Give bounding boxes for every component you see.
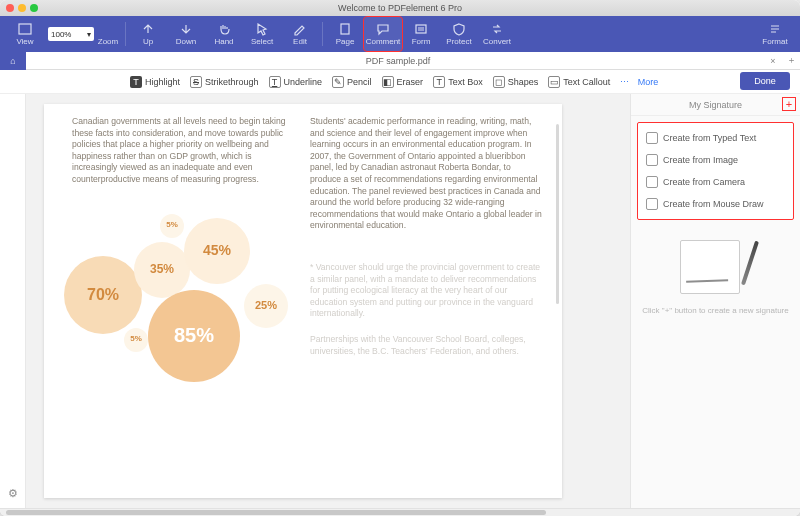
chevron-down-icon: ▾: [87, 30, 91, 39]
text-icon: [646, 132, 658, 144]
create-from-image[interactable]: Create from Image: [638, 149, 793, 171]
eraser-icon: ◧: [382, 76, 394, 88]
view-button[interactable]: View: [6, 17, 44, 51]
document-viewport[interactable]: Canadian governments at all levels need …: [26, 94, 630, 508]
highlight-button[interactable]: THighlight: [130, 76, 180, 88]
bubble: 5%: [124, 328, 148, 352]
cursor-icon: [254, 22, 270, 36]
select-button[interactable]: Select: [243, 17, 281, 51]
close-window-button[interactable]: [6, 4, 14, 12]
form-icon: [413, 22, 429, 36]
down-button[interactable]: Down: [167, 17, 205, 51]
bubble: 5%: [160, 214, 184, 238]
body-text-faded: * Vancouver should urge the provincial g…: [310, 262, 544, 320]
scrollbar[interactable]: [556, 124, 559, 304]
close-tab-button[interactable]: ×: [764, 56, 782, 66]
zoom-window-button[interactable]: [30, 4, 38, 12]
underline-icon: T: [269, 76, 281, 88]
create-from-camera[interactable]: Create from Camera: [638, 171, 793, 193]
convert-icon: [489, 22, 505, 36]
signature-panel: My Signature + Create from Typed Text Cr…: [630, 94, 800, 508]
zoom-label: Zoom: [94, 17, 122, 51]
settings-button[interactable]: ⚙: [8, 487, 18, 500]
edit-icon: [292, 22, 308, 36]
body-text: Students' academic performance in readin…: [310, 116, 544, 232]
body-text: Canadian governments at all levels need …: [72, 116, 290, 186]
bubble: 25%: [244, 284, 288, 328]
callout-icon: ▭: [548, 76, 560, 88]
minimize-window-button[interactable]: [18, 4, 26, 12]
body-text-faded: Partnerships with the Vancouver School B…: [310, 334, 544, 357]
arrow-up-icon: [140, 22, 156, 36]
create-from-mouse-draw[interactable]: Create from Mouse Draw: [638, 193, 793, 215]
up-button[interactable]: Up: [129, 17, 167, 51]
eraser-button[interactable]: ◧Eraser: [382, 76, 424, 88]
content-area: ⚙ Canadian governments at all levels nee…: [0, 94, 800, 508]
highlight-icon: T: [130, 76, 142, 88]
new-tab-button[interactable]: ＋: [782, 54, 800, 67]
svg-rect-0: [19, 24, 31, 34]
view-icon: [17, 22, 33, 36]
add-signature-button[interactable]: +: [782, 97, 796, 111]
camera-icon: [646, 176, 658, 188]
underline-button[interactable]: TUnderline: [269, 76, 323, 88]
image-icon: [646, 154, 658, 166]
titlebar: Welcome to PDFelement 6 Pro: [0, 0, 800, 16]
strikethrough-icon: S: [190, 76, 202, 88]
shield-icon: [451, 22, 467, 36]
hand-icon: [216, 22, 232, 36]
page-button[interactable]: Page: [326, 17, 364, 51]
bubble: 35%: [134, 242, 190, 298]
pencil-icon: ✎: [332, 76, 344, 88]
comment-icon: [375, 22, 391, 36]
tab-bar: ⌂ PDF sample.pdf × ＋: [0, 52, 800, 70]
document-page: Canadian governments at all levels need …: [44, 104, 562, 498]
format-icon: [767, 22, 783, 36]
main-toolbar: View 100%▾ Zoom Up Down Hand Select Edit…: [0, 16, 800, 52]
annotation-toolbar: THighlight SStrikethrough TUnderline ✎Pe…: [0, 70, 800, 94]
ellipsis-icon: ⋯: [620, 77, 629, 87]
bubble: 85%: [148, 290, 240, 382]
svg-rect-2: [416, 25, 426, 33]
signature-panel-header: My Signature +: [631, 94, 800, 116]
signature-panel-title: My Signature: [689, 100, 742, 110]
horizontal-scrollbar[interactable]: [0, 508, 800, 516]
more-button[interactable]: ⋯ More: [620, 77, 658, 87]
textbox-button[interactable]: TText Box: [433, 76, 483, 88]
hand-button[interactable]: Hand: [205, 17, 243, 51]
left-gutter: ⚙: [0, 94, 26, 508]
edit-button[interactable]: Edit: [281, 17, 319, 51]
home-icon: ⌂: [10, 56, 15, 66]
comment-button[interactable]: Comment: [364, 17, 402, 51]
window-title: Welcome to PDFelement 6 Pro: [338, 3, 462, 13]
callout-button[interactable]: ▭Text Callout: [548, 76, 610, 88]
arrow-down-icon: [178, 22, 194, 36]
shapes-button[interactable]: ◻Shapes: [493, 76, 539, 88]
signature-create-menu: Create from Typed Text Create from Image…: [637, 122, 794, 220]
window-controls: [6, 4, 38, 12]
bubble: 45%: [184, 218, 250, 284]
svg-rect-1: [341, 24, 349, 34]
file-tab[interactable]: PDF sample.pdf: [32, 56, 764, 66]
bubble: 70%: [64, 256, 142, 334]
protect-button[interactable]: Protect: [440, 17, 478, 51]
zoom-select[interactable]: 100%▾: [48, 27, 94, 41]
create-from-typed-text[interactable]: Create from Typed Text: [638, 127, 793, 149]
bubble-chart: 70% 35% 45% 85% 25% 5% 5%: [72, 212, 290, 372]
format-button[interactable]: Format: [756, 17, 794, 51]
shapes-icon: ◻: [493, 76, 505, 88]
pencil-button[interactable]: ✎Pencil: [332, 76, 372, 88]
page-icon: [337, 22, 353, 36]
home-button[interactable]: ⌂: [0, 52, 26, 70]
signature-hint: Click "+" button to create a new signatu…: [631, 304, 800, 317]
pen-icon: [740, 241, 758, 286]
convert-button[interactable]: Convert: [478, 17, 516, 51]
strikethrough-button[interactable]: SStrikethrough: [190, 76, 259, 88]
textbox-icon: T: [433, 76, 445, 88]
form-button[interactable]: Form: [402, 17, 440, 51]
draw-icon: [646, 198, 658, 210]
signature-preview: [676, 238, 756, 298]
done-button[interactable]: Done: [740, 72, 790, 90]
